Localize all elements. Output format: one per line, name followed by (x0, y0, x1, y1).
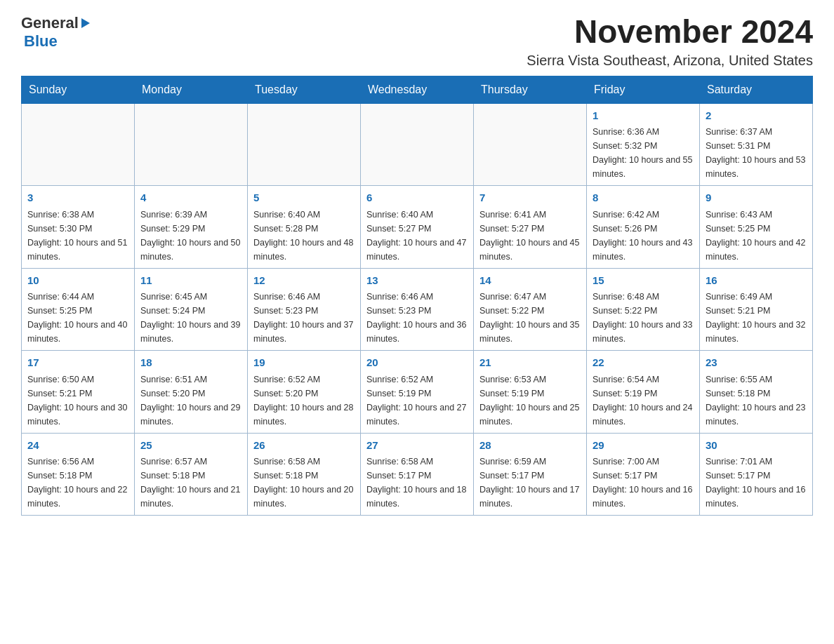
header-saturday: Saturday (700, 76, 813, 103)
day-info: Sunrise: 6:54 AMSunset: 5:19 PMDaylight:… (593, 373, 694, 429)
day-number: 22 (593, 355, 694, 371)
calendar-cell: 8Sunrise: 6:42 AMSunset: 5:26 PMDaylight… (587, 186, 700, 269)
day-info: Sunrise: 6:56 AMSunset: 5:18 PMDaylight:… (27, 455, 128, 511)
day-info: Sunrise: 7:01 AMSunset: 5:17 PMDaylight:… (706, 455, 807, 511)
day-number: 30 (706, 438, 807, 454)
week-row-4: 17Sunrise: 6:50 AMSunset: 5:21 PMDayligh… (22, 351, 813, 434)
day-info: Sunrise: 6:46 AMSunset: 5:23 PMDaylight:… (253, 290, 355, 346)
day-info: Sunrise: 6:43 AMSunset: 5:25 PMDaylight:… (706, 208, 807, 264)
calendar-cell: 22Sunrise: 6:54 AMSunset: 5:19 PMDayligh… (587, 351, 700, 434)
calendar-cell: 1Sunrise: 6:36 AMSunset: 5:32 PMDaylight… (587, 103, 700, 186)
calendar-table: SundayMondayTuesdayWednesdayThursdayFrid… (21, 76, 813, 516)
day-info: Sunrise: 6:41 AMSunset: 5:27 PMDaylight:… (479, 208, 581, 264)
day-number: 29 (593, 438, 694, 454)
day-info: Sunrise: 6:40 AMSunset: 5:27 PMDaylight:… (366, 208, 468, 264)
calendar-cell: 2Sunrise: 6:37 AMSunset: 5:31 PMDaylight… (700, 103, 813, 186)
day-info: Sunrise: 6:46 AMSunset: 5:23 PMDaylight:… (366, 290, 468, 346)
header-tuesday: Tuesday (248, 76, 361, 103)
day-info: Sunrise: 6:52 AMSunset: 5:20 PMDaylight:… (253, 373, 355, 429)
day-number: 28 (479, 438, 581, 454)
calendar-cell: 13Sunrise: 6:46 AMSunset: 5:23 PMDayligh… (361, 268, 474, 351)
day-number: 6 (366, 190, 468, 206)
day-info: Sunrise: 6:36 AMSunset: 5:32 PMDaylight:… (593, 125, 694, 181)
day-info: Sunrise: 6:52 AMSunset: 5:19 PMDaylight:… (366, 373, 468, 429)
logo-blue-text: Blue (24, 32, 90, 51)
day-number: 21 (479, 355, 581, 371)
day-info: Sunrise: 6:42 AMSunset: 5:26 PMDaylight:… (593, 208, 694, 264)
day-number: 24 (27, 438, 128, 454)
day-info: Sunrise: 6:57 AMSunset: 5:18 PMDaylight:… (140, 455, 241, 511)
title-area: November 2024 Sierra Vista Southeast, Ar… (527, 14, 813, 69)
calendar-cell: 10Sunrise: 6:44 AMSunset: 5:25 PMDayligh… (22, 268, 135, 351)
day-number: 20 (366, 355, 468, 371)
day-number: 12 (253, 273, 355, 289)
calendar-cell (22, 103, 135, 186)
calendar-cell: 24Sunrise: 6:56 AMSunset: 5:18 PMDayligh… (22, 433, 135, 516)
calendar-cell: 25Sunrise: 6:57 AMSunset: 5:18 PMDayligh… (135, 433, 248, 516)
day-number: 18 (140, 355, 241, 371)
day-info: Sunrise: 6:38 AMSunset: 5:30 PMDaylight:… (27, 208, 128, 264)
header-monday: Monday (135, 76, 248, 103)
day-number: 13 (366, 273, 468, 289)
location-title: Sierra Vista Southeast, Arizona, United … (527, 53, 813, 69)
day-number: 3 (27, 190, 128, 206)
day-info: Sunrise: 6:39 AMSunset: 5:29 PMDaylight:… (140, 208, 241, 264)
logo-general-text: General (21, 14, 79, 32)
header-thursday: Thursday (474, 76, 587, 103)
day-info: Sunrise: 6:37 AMSunset: 5:31 PMDaylight:… (706, 125, 807, 181)
calendar-header-row: SundayMondayTuesdayWednesdayThursdayFrid… (22, 76, 813, 103)
logo-arrow-icon (81, 18, 90, 28)
calendar-cell: 16Sunrise: 6:49 AMSunset: 5:21 PMDayligh… (700, 268, 813, 351)
day-number: 15 (593, 273, 694, 289)
calendar-cell: 30Sunrise: 7:01 AMSunset: 5:17 PMDayligh… (700, 433, 813, 516)
day-number: 9 (706, 190, 807, 206)
calendar-cell: 21Sunrise: 6:53 AMSunset: 5:19 PMDayligh… (474, 351, 587, 434)
calendar-cell: 12Sunrise: 6:46 AMSunset: 5:23 PMDayligh… (248, 268, 361, 351)
calendar-cell: 4Sunrise: 6:39 AMSunset: 5:29 PMDaylight… (135, 186, 248, 269)
calendar-cell: 14Sunrise: 6:47 AMSunset: 5:22 PMDayligh… (474, 268, 587, 351)
calendar-cell: 23Sunrise: 6:55 AMSunset: 5:18 PMDayligh… (700, 351, 813, 434)
logo: General Blue (21, 14, 90, 51)
header-friday: Friday (587, 76, 700, 103)
day-number: 10 (27, 273, 128, 289)
day-info: Sunrise: 6:58 AMSunset: 5:17 PMDaylight:… (366, 455, 468, 511)
day-number: 8 (593, 190, 694, 206)
calendar-cell (248, 103, 361, 186)
calendar-cell: 6Sunrise: 6:40 AMSunset: 5:27 PMDaylight… (361, 186, 474, 269)
header-sunday: Sunday (22, 76, 135, 103)
page-header: General Blue November 2024 Sierra Vista … (21, 14, 813, 69)
day-number: 16 (706, 273, 807, 289)
calendar-cell: 5Sunrise: 6:40 AMSunset: 5:28 PMDaylight… (248, 186, 361, 269)
day-info: Sunrise: 6:53 AMSunset: 5:19 PMDaylight:… (479, 373, 581, 429)
day-number: 1 (593, 108, 694, 124)
day-number: 7 (479, 190, 581, 206)
week-row-3: 10Sunrise: 6:44 AMSunset: 5:25 PMDayligh… (22, 268, 813, 351)
calendar-cell (474, 103, 587, 186)
calendar-cell: 20Sunrise: 6:52 AMSunset: 5:19 PMDayligh… (361, 351, 474, 434)
calendar-cell: 27Sunrise: 6:58 AMSunset: 5:17 PMDayligh… (361, 433, 474, 516)
week-row-2: 3Sunrise: 6:38 AMSunset: 5:30 PMDaylight… (22, 186, 813, 269)
day-number: 26 (253, 438, 355, 454)
calendar-cell: 19Sunrise: 6:52 AMSunset: 5:20 PMDayligh… (248, 351, 361, 434)
calendar-cell: 26Sunrise: 6:58 AMSunset: 5:18 PMDayligh… (248, 433, 361, 516)
calendar-cell: 7Sunrise: 6:41 AMSunset: 5:27 PMDaylight… (474, 186, 587, 269)
day-number: 5 (253, 190, 355, 206)
week-row-1: 1Sunrise: 6:36 AMSunset: 5:32 PMDaylight… (22, 103, 813, 186)
calendar-cell (135, 103, 248, 186)
calendar-cell (361, 103, 474, 186)
day-number: 2 (706, 108, 807, 124)
day-number: 11 (140, 273, 241, 289)
day-number: 4 (140, 190, 241, 206)
day-info: Sunrise: 6:58 AMSunset: 5:18 PMDaylight:… (253, 455, 355, 511)
day-info: Sunrise: 7:00 AMSunset: 5:17 PMDaylight:… (593, 455, 694, 511)
day-info: Sunrise: 6:44 AMSunset: 5:25 PMDaylight:… (27, 290, 128, 346)
day-number: 27 (366, 438, 468, 454)
day-info: Sunrise: 6:47 AMSunset: 5:22 PMDaylight:… (479, 290, 581, 346)
calendar-cell: 28Sunrise: 6:59 AMSunset: 5:17 PMDayligh… (474, 433, 587, 516)
day-number: 19 (253, 355, 355, 371)
day-info: Sunrise: 6:45 AMSunset: 5:24 PMDaylight:… (140, 290, 241, 346)
day-number: 14 (479, 273, 581, 289)
day-info: Sunrise: 6:50 AMSunset: 5:21 PMDaylight:… (27, 373, 128, 429)
month-title: November 2024 (527, 14, 813, 50)
day-number: 23 (706, 355, 807, 371)
